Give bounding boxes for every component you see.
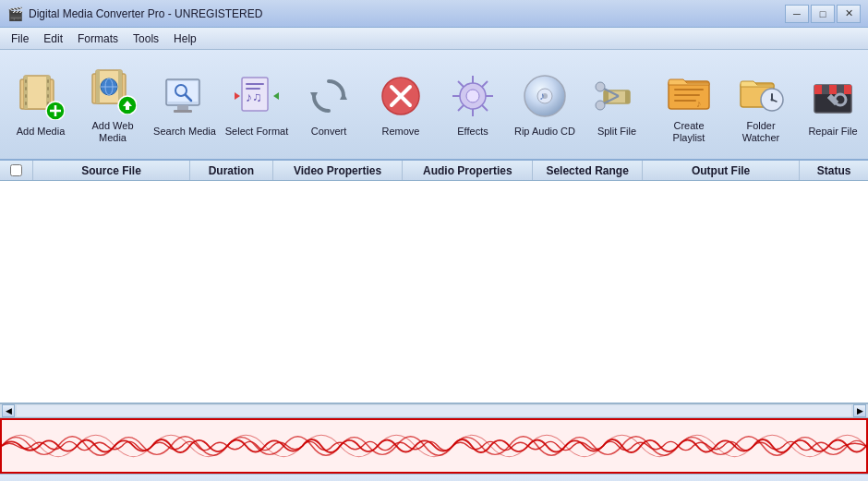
col-source-header: Source File	[33, 161, 190, 180]
svg-line-51	[458, 105, 464, 111]
create-playlist-button[interactable]: ♪ Create Playlist	[654, 54, 724, 154]
convert-label: Convert	[311, 126, 347, 138]
svg-rect-10	[47, 94, 49, 98]
add-web-media-icon	[87, 65, 139, 116]
rip-audio-cd-label: Rip Audio CD	[514, 126, 575, 138]
horizontal-scrollbar[interactable]: ◀ ▶	[0, 403, 868, 418]
close-button[interactable]: ✕	[837, 5, 861, 23]
menu-bar: File Edit Formats Tools Help	[0, 28, 868, 50]
search-media-label: Search Media	[153, 126, 216, 138]
svg-rect-17	[96, 70, 100, 103]
create-playlist-icon: ♪	[663, 65, 715, 116]
svg-rect-77	[844, 85, 851, 94]
select-format-button[interactable]: ♪♫ Select Format	[222, 54, 292, 154]
col-video-header: Video Properties	[273, 161, 404, 180]
svg-marker-36	[273, 92, 279, 100]
folder-watcher-button[interactable]: Folder Watcher	[726, 54, 796, 154]
repair-file-button[interactable]: Repair File	[798, 54, 868, 154]
title-bar: 🎬 Digital Media Converter Pro - UNREGIST…	[0, 0, 868, 28]
app-icon: 🎬	[7, 6, 23, 21]
add-media-label: Add Media	[17, 126, 66, 138]
svg-rect-32	[246, 83, 264, 85]
col-audio-header: Audio Properties	[403, 161, 533, 180]
svg-rect-8	[47, 79, 49, 83]
menu-formats[interactable]: Formats	[70, 28, 126, 49]
svg-rect-65	[674, 94, 700, 96]
split-file-button[interactable]: Split File	[582, 54, 652, 154]
svg-line-49	[482, 105, 488, 111]
split-file-label: Split File	[597, 126, 636, 138]
svg-rect-24	[126, 106, 129, 110]
toolbar: Add Media Add Web Media	[0, 50, 868, 161]
svg-marker-37	[340, 92, 347, 100]
add-media-icon	[15, 70, 66, 122]
repair-file-icon	[807, 70, 859, 122]
minimize-button[interactable]: ─	[785, 5, 809, 23]
svg-text:♪: ♪	[539, 90, 545, 102]
svg-text:♪♫: ♪♫	[246, 90, 262, 104]
svg-marker-35	[235, 92, 240, 100]
remove-icon	[375, 70, 427, 122]
svg-rect-27	[177, 105, 188, 110]
table-header: Source File Duration Video Properties Au…	[0, 161, 868, 181]
svg-rect-66	[674, 100, 696, 102]
effects-icon	[447, 70, 499, 122]
window-title: Digital Media Converter Pro - UNREGISTER…	[29, 7, 262, 20]
col-output-header: Output File	[643, 161, 800, 180]
svg-point-43	[466, 90, 479, 102]
col-duration-header: Duration	[190, 161, 273, 180]
waveform-area	[0, 418, 868, 474]
svg-rect-64	[674, 89, 704, 90]
file-list	[0, 181, 868, 403]
effects-label: Effects	[457, 126, 488, 138]
svg-point-72	[771, 98, 774, 101]
title-controls: ─ □ ✕	[785, 5, 861, 23]
status-bar: Status: Waiting for new files. Pending C…	[0, 474, 868, 481]
scroll-track[interactable]	[17, 405, 851, 416]
add-web-media-label: Add Web Media	[80, 120, 145, 144]
col-range-header: Selected Range	[533, 161, 643, 180]
title-left: 🎬 Digital Media Converter Pro - UNREGIST…	[7, 6, 262, 21]
scroll-right-arrow[interactable]: ▶	[853, 404, 866, 417]
menu-edit[interactable]: Edit	[36, 28, 70, 49]
svg-rect-58	[625, 90, 630, 103]
add-media-button[interactable]: Add Media	[6, 54, 76, 154]
svg-text:♪: ♪	[696, 98, 702, 109]
search-media-button[interactable]: Search Media	[150, 54, 220, 154]
convert-button[interactable]: Convert	[294, 54, 364, 154]
select-format-label: Select Format	[225, 126, 288, 138]
svg-rect-6	[25, 94, 27, 98]
svg-line-50	[482, 81, 488, 87]
svg-rect-28	[174, 110, 192, 113]
svg-point-59	[596, 82, 605, 91]
create-playlist-label: Create Playlist	[657, 120, 721, 144]
svg-rect-75	[814, 85, 822, 94]
svg-rect-1	[24, 76, 50, 109]
svg-rect-4	[25, 79, 27, 83]
svg-line-48	[458, 81, 464, 87]
folder-watcher-icon	[735, 65, 787, 116]
scroll-left-arrow[interactable]: ◀	[2, 404, 15, 417]
select-all-checkbox[interactable]	[10, 164, 22, 176]
col-check-header	[0, 161, 33, 180]
remove-label: Remove	[382, 126, 420, 138]
svg-rect-5	[25, 87, 27, 90]
folder-watcher-label: Folder Watcher	[729, 120, 793, 144]
convert-icon	[303, 70, 355, 122]
repair-file-label: Repair File	[808, 126, 857, 138]
menu-file[interactable]: File	[4, 28, 36, 49]
maximize-button[interactable]: □	[811, 5, 835, 23]
effects-button[interactable]: Effects	[438, 54, 508, 154]
rip-audio-cd-icon: ♪	[519, 70, 571, 122]
svg-marker-38	[310, 92, 318, 100]
svg-rect-76	[829, 85, 837, 94]
svg-point-60	[596, 101, 605, 110]
rip-audio-cd-button[interactable]: ♪ Rip Audio CD	[510, 54, 580, 154]
menu-tools[interactable]: Tools	[126, 28, 166, 49]
svg-rect-7	[25, 102, 27, 105]
add-web-media-button[interactable]: Add Web Media	[78, 54, 148, 154]
remove-button[interactable]: Remove	[366, 54, 436, 154]
menu-help[interactable]: Help	[166, 28, 204, 49]
svg-rect-9	[47, 87, 49, 90]
col-status-header: Status	[800, 161, 868, 180]
